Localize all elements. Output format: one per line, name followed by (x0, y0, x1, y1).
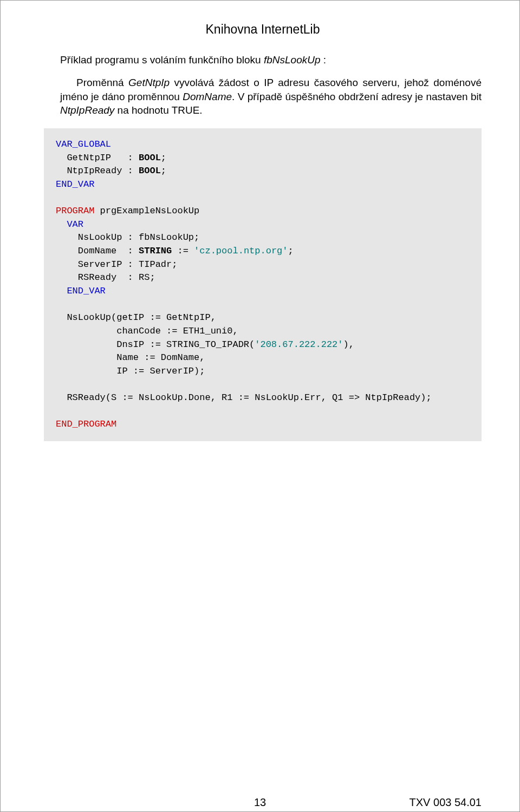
description-paragraph: Proměnná GetNtpIp vyvolává žádost o IP a… (60, 76, 482, 117)
code-line: ), (343, 339, 354, 350)
code-kw: END_VAR (56, 286, 106, 296)
code-line: NtpIpReady : (56, 166, 139, 176)
intro-function-name: fbNsLookUp (264, 54, 321, 66)
page-header-title: Knihovna InternetLib (44, 22, 482, 37)
code-line: NsLookUp(getIP := GetNtpIP, (56, 312, 216, 323)
code-line: GetNtpIP : (56, 153, 139, 163)
page-number: 13 (254, 796, 266, 809)
page: Knihovna InternetLib Příklad programu s … (0, 0, 520, 812)
doc-number: TXV 003 54.01 (410, 796, 482, 809)
code-line: Name := DomName, (56, 352, 205, 363)
para-text-4: na hodnotu TRUE. (114, 104, 202, 116)
para-var-2: DomName (183, 91, 232, 102)
code-line: DnsIP := STRING_TO_IPADR( (56, 339, 255, 350)
code-line: ; (161, 153, 166, 163)
code-type: BOOL (139, 166, 161, 176)
code-kw: VAR (56, 219, 83, 230)
code-type: STRING (139, 246, 172, 256)
code-line: NsLookUp : fbNsLookUp; (56, 232, 199, 243)
intro-prefix: Příklad programu s voláním funkčního blo… (60, 54, 264, 66)
intro-suffix: : (321, 54, 327, 66)
para-var-3: NtpIpReady (60, 104, 114, 116)
para-text-3: . V případě úspěšného obdržení adresy je… (232, 91, 482, 102)
code-line: ; (288, 246, 294, 256)
code-line: ServerIP : TIPadr; (56, 259, 177, 270)
code-type: BOOL (139, 153, 161, 163)
intro-line: Příklad programu s voláním funkčního blo… (60, 54, 482, 66)
code-line: prgExampleNsLookUp (94, 206, 199, 216)
code-kw: VAR_GLOBAL (56, 139, 111, 149)
code-kw: END_VAR (56, 179, 94, 189)
code-string: '208.67.222.222' (255, 339, 343, 350)
code-line: := (172, 246, 194, 256)
code-line: DomName : (56, 246, 139, 256)
code-line: RSReady(S := NsLookUp.Done, R1 := NsLook… (56, 392, 432, 403)
code-string: 'cz.pool.ntp.org' (194, 246, 288, 256)
code-line: RSReady : RS; (56, 272, 155, 283)
code-kw: END_PROGRAM (56, 419, 116, 429)
code-line: IP := ServerIP); (56, 366, 205, 376)
para-text-1: Proměnná (76, 77, 128, 88)
para-var-1: GetNtpIp (128, 77, 170, 88)
code-block: VAR_GLOBAL GetNtpIP : BOOL; NtpIpReady :… (44, 128, 482, 441)
code-line: chanCode := ETH1_uni0, (56, 326, 238, 336)
code-line: ; (161, 166, 166, 176)
code-kw: PROGRAM (56, 206, 94, 216)
